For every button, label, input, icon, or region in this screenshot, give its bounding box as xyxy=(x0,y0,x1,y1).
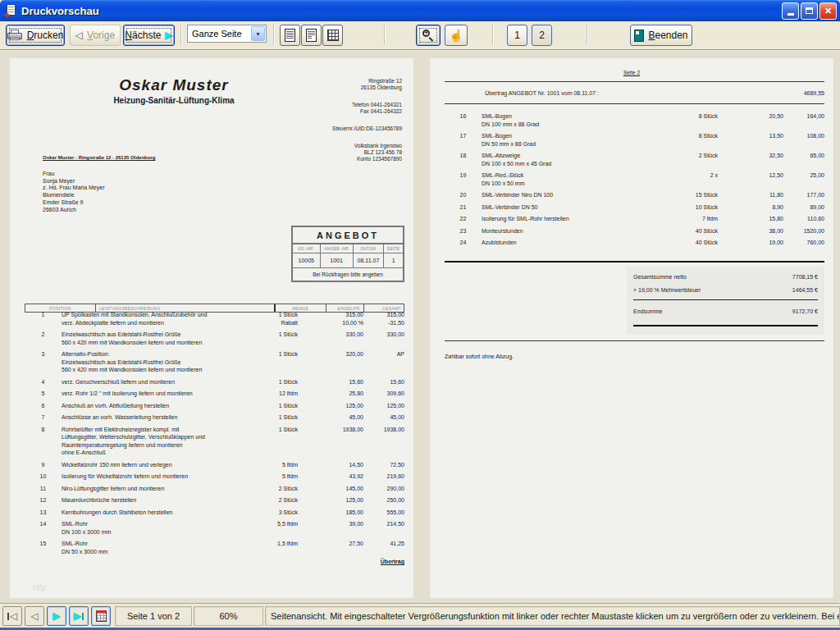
minimize-button[interactable] xyxy=(782,2,799,20)
item-position: 16 xyxy=(445,112,482,128)
item-unit-price: 11,80 xyxy=(718,191,783,199)
desc-line: Monteurstunden xyxy=(482,227,666,235)
zoom-mode-select[interactable]: Ganze Seite ▼ xyxy=(187,25,267,43)
prev-page-nav-button[interactable]: ◁ xyxy=(25,606,44,626)
next-page-button[interactable]: Nächste ▶ xyxy=(123,25,175,46)
offer-note: Bei Rückfragen bitte angeben xyxy=(293,268,403,281)
goto-page-number-button[interactable] xyxy=(91,606,111,626)
print-button[interactable]: Drucken xyxy=(6,25,65,46)
next-page-nav-button[interactable]: ▶ xyxy=(47,606,66,626)
carry-in-label: Übertrag ANGEBOT Nr. 1001 vom 08.11.07 : xyxy=(445,90,804,96)
view-whole-page-button[interactable] xyxy=(280,25,300,46)
item-quantity: 40 Stück xyxy=(666,239,718,247)
item-row: 3 Alternativ-Position:Einzelwaschtisch a… xyxy=(25,350,404,374)
toolbar-separator xyxy=(492,25,494,45)
desc-line: verz. Geruchverschluß liefern und montie… xyxy=(62,378,246,386)
view-multiple-pages-button[interactable] xyxy=(322,25,343,46)
first-page-button[interactable]: ◁ xyxy=(2,606,22,626)
recipient-line: Blumendiele xyxy=(43,192,104,199)
last-page-button[interactable]: ▶ xyxy=(69,606,89,626)
contact-line: Fax 0441-264322 xyxy=(332,108,402,115)
contact-line: Steuernr./UID:DE-123456789 xyxy=(332,126,402,132)
previous-page-button[interactable]: ◁ Vorige xyxy=(70,25,121,46)
zoom-level-panel: 60% xyxy=(194,606,263,626)
item-quantity: 3 Stück xyxy=(246,509,298,517)
page-number-icon xyxy=(96,610,107,622)
item-total: 330,00 xyxy=(363,331,404,346)
net-total-row: Gesamtsumme netto 7708,15 € xyxy=(633,273,818,281)
item-position: 18 xyxy=(445,152,482,167)
item-position: 23 xyxy=(445,227,482,235)
item-description: Einzelwaschtisch aus Edelstahl-Rostfrei … xyxy=(62,331,246,346)
offer-value-cell: 10005 xyxy=(293,253,321,267)
view-page-width-button[interactable] xyxy=(301,25,322,46)
item-position: 24 xyxy=(445,239,482,247)
item-unit-price: 15,80 xyxy=(718,215,783,223)
company-tagline: Heizung-Sanitär-Lüftung-Klima xyxy=(43,96,305,105)
item-row: 9 Wickelfalzrohr 150 mm liefern und verl… xyxy=(25,461,404,469)
desc-line: SML-Bogen xyxy=(482,132,666,140)
recipient-line: z. Hd. Frau Maria Meyer xyxy=(43,185,104,192)
item-description: SML-BogenDN 50 mm x 88 Grad xyxy=(482,132,666,148)
desc-line: Einzelwaschtisch aus Edelstahl-Rostfrei … xyxy=(62,358,246,367)
zoom-tool-button[interactable]: + xyxy=(416,25,441,46)
net-total-value: 7708,15 € xyxy=(792,273,818,281)
chevron-down-icon[interactable]: ▼ xyxy=(251,26,265,41)
quit-button[interactable]: Beenden xyxy=(630,25,692,46)
page-info-panel: Seite 1 von 2 xyxy=(115,606,192,626)
preview-area[interactable]: Oskar Muster Heizung-Sanitär-Lüftung-Kli… xyxy=(0,51,840,603)
item-unit-price: 25,80 xyxy=(298,390,363,398)
restore-icon xyxy=(806,7,813,14)
contact-line: Volksbank Irgendwo xyxy=(332,143,402,149)
item-unit-price: 125,00 xyxy=(298,496,363,504)
item-description: Isolierung für SML-Rohr herstellen xyxy=(482,215,666,223)
item-position: 2 xyxy=(25,331,62,346)
item-unit-price: 320,00 xyxy=(298,350,363,374)
item-row: 6 Anschluß an vorh. Abflußleitung herste… xyxy=(25,402,404,410)
goto-page-1-button[interactable]: 1 xyxy=(507,25,527,46)
contact-line: Ringstraße 12 xyxy=(332,78,402,84)
exit-door-icon xyxy=(634,30,644,42)
pan-hand-button[interactable]: ☝ xyxy=(445,25,468,46)
discount-amount: -31,50 xyxy=(363,319,404,327)
items-list-page1: 1 UP Spülkasten mit Standkonsolen, Ansch… xyxy=(25,311,404,559)
desc-line: Azubistunden xyxy=(482,239,666,247)
item-description: SML-RohrDN 100 x 3000 mm xyxy=(62,520,246,536)
desc-line: SML-Verbinder Niro DN 100 xyxy=(482,191,666,199)
arrow-left-icon: ◁ xyxy=(10,611,17,621)
item-unit-price: 15,60 xyxy=(298,378,363,386)
item-position: 11 xyxy=(25,485,62,493)
item-quantity: 2 Stück xyxy=(246,485,298,493)
desc-line: SML-Rohr xyxy=(62,520,246,528)
close-button[interactable]: ✕ xyxy=(819,2,837,20)
item-unit-price: 125,00 xyxy=(298,402,363,410)
goto-page-2-button[interactable]: 2 xyxy=(532,25,552,46)
offer-header-cell: DATUM xyxy=(354,244,385,253)
titlebar[interactable]: Druckvorschau ✕ xyxy=(0,0,840,21)
restore-button[interactable] xyxy=(801,2,818,20)
last-page-bar-icon xyxy=(82,613,84,620)
item-row: 8 Rohrbelüfter mit Elektroheizregister k… xyxy=(25,426,404,457)
company-contact-block: Ringstraße 1226135 OldenburgTelefon 0441… xyxy=(332,78,402,162)
offer-box-values: 10005 1001 08.11.07 1 xyxy=(293,253,403,268)
document-page-2[interactable]: Seite 2 Übertrag ANGEBOT Nr. 1001 vom 08… xyxy=(430,58,833,598)
item-unit-price: 185,00 xyxy=(298,509,363,517)
final-total-row: Endsumme 9172,70 € xyxy=(633,308,818,315)
document-page-1[interactable]: Oskar Muster Heizung-Sanitär-Lüftung-Kli… xyxy=(10,58,413,598)
item-total: 177,00 xyxy=(783,191,824,199)
item-position: 21 xyxy=(445,203,482,212)
item-unit-price: 8,90 xyxy=(718,203,783,212)
final-total-value: 9172,70 € xyxy=(792,308,818,315)
carry-forward-label: Übertrag xyxy=(25,559,404,564)
item-row: 15 SML-RohrDN 50 x 3000 mm 1,5 lfdm 27,5… xyxy=(25,540,404,555)
contact-line xyxy=(332,115,402,126)
toolbar: Drucken ◁ Vorige Nächste ▶ Ganze Seite ▼… xyxy=(0,21,840,50)
whole-page-icon xyxy=(285,29,295,42)
offer-header-cell: SEITE xyxy=(384,244,403,253)
item-position: 19 xyxy=(445,171,482,187)
item-unit-price: 32,50 xyxy=(718,152,783,167)
arrow-right-icon: ▶ xyxy=(52,611,60,621)
toolbar-separator xyxy=(180,25,182,45)
item-description: verz. Geruchverschluß liefern und montie… xyxy=(62,378,246,386)
desc-line: Anschlüsse an vorh. Wasserleitung herste… xyxy=(62,413,246,422)
